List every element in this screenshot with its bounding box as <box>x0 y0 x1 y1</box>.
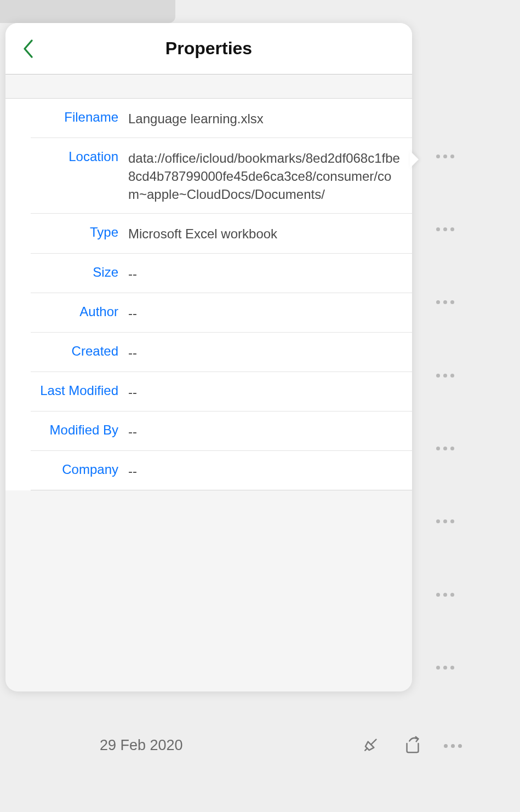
footer-more-button[interactable] <box>444 744 462 748</box>
row-location: Location data://office/icloud/bookmarks/… <box>31 138 412 214</box>
panel-callout-arrow <box>410 151 419 168</box>
chevron-left-icon <box>22 39 34 59</box>
value-author: -- <box>118 303 137 322</box>
label-company: Company <box>31 461 118 477</box>
value-last-modified: -- <box>118 382 137 401</box>
share-button[interactable] <box>402 734 423 757</box>
value-company: -- <box>118 461 137 480</box>
more-options-button[interactable] <box>436 155 454 158</box>
more-options-button[interactable] <box>436 447 454 450</box>
value-type: Microsoft Excel workbook <box>118 224 277 243</box>
pin-button[interactable] <box>361 734 381 757</box>
back-button[interactable] <box>19 38 37 60</box>
value-modified-by: -- <box>118 421 137 441</box>
row-company: Company -- <box>31 451 412 490</box>
more-options-button[interactable] <box>436 374 454 378</box>
background-tab <box>0 0 175 23</box>
pin-icon <box>361 734 381 755</box>
label-size: Size <box>31 264 118 280</box>
row-author: Author -- <box>31 293 412 333</box>
row-filename: Filename Language learning.xlsx <box>31 99 412 138</box>
label-type: Type <box>31 224 118 240</box>
row-type: Type Microsoft Excel workbook <box>31 214 412 253</box>
panel-title: Properties <box>5 38 412 59</box>
footer-actions <box>361 734 462 757</box>
footer-date: 29 Feb 2020 <box>100 737 183 754</box>
more-options-button[interactable] <box>436 593 454 597</box>
row-modified-by: Modified By -- <box>31 411 412 451</box>
row-created: Created -- <box>31 333 412 372</box>
panel-header: Properties <box>5 23 412 75</box>
more-options-button[interactable] <box>436 300 454 304</box>
value-created: -- <box>118 342 137 362</box>
footer: 29 Feb 2020 <box>0 719 520 812</box>
label-filename: Filename <box>31 108 118 125</box>
properties-panel: Properties Filename Language learning.xl… <box>5 23 412 691</box>
properties-list: Filename Language learning.xlsx Location… <box>5 99 412 490</box>
label-author: Author <box>31 303 118 319</box>
label-last-modified: Last Modified <box>31 382 118 398</box>
more-options-button[interactable] <box>436 666 454 670</box>
label-created: Created <box>31 342 118 359</box>
label-location: Location <box>31 148 118 164</box>
share-icon <box>402 734 423 755</box>
row-last-modified: Last Modified -- <box>31 372 412 411</box>
more-options-button[interactable] <box>436 519 454 523</box>
label-modified-by: Modified By <box>31 421 118 438</box>
value-location: data://office/icloud/bookmarks/8ed2df068… <box>118 148 402 203</box>
more-options-button[interactable] <box>436 227 454 231</box>
value-size: -- <box>118 264 137 283</box>
row-size: Size -- <box>31 254 412 293</box>
value-filename: Language learning.xlsx <box>118 108 264 128</box>
header-spacer <box>5 75 412 99</box>
